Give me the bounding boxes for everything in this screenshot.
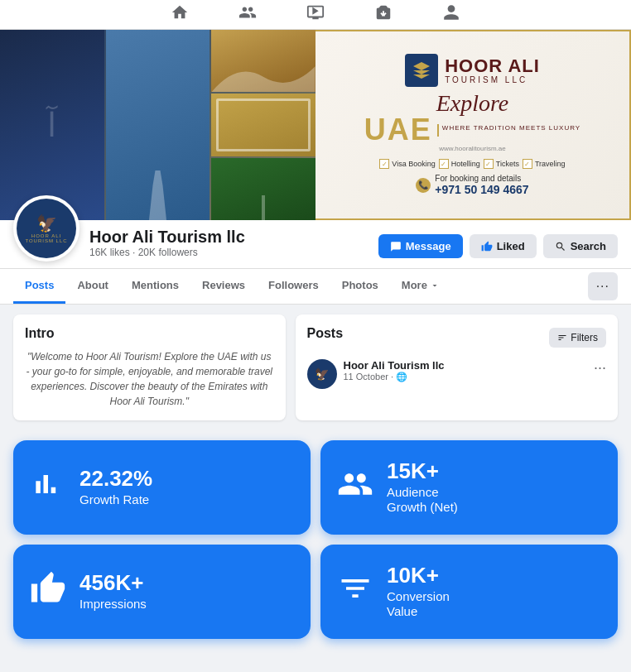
check-hotelling: ✓ xyxy=(439,159,449,169)
stat-number-conversion: 10K+ xyxy=(387,564,450,586)
brand-explore-text: Explore xyxy=(436,92,509,115)
post-date: 11 October · 🌐 xyxy=(344,372,587,382)
post-meta: Hoor Ali Tourism llc 11 October · 🌐 xyxy=(344,359,587,382)
users-icon xyxy=(337,466,373,510)
avatar-text: HOOR ALITOURISM LLC xyxy=(25,233,67,243)
search-icon xyxy=(555,241,566,252)
stat-text-audience-growth: 15K+ AudienceGrowth (Net) xyxy=(387,460,458,515)
page-avatar: 🦅 HOOR ALITOURISM LLC xyxy=(13,195,79,262)
tab-followers[interactable]: Followers xyxy=(257,269,330,304)
cover-collage: آ xyxy=(0,30,316,220)
brand-phone-block: For booking and details +971 50 149 4667 xyxy=(435,174,528,196)
posts-title: Posts xyxy=(307,326,344,341)
stat-label-conversion: ConversionValue xyxy=(387,589,450,619)
stat-card-conversion: 10K+ ConversionValue xyxy=(320,545,618,639)
service-tickets: ✓ Tickets xyxy=(484,159,519,169)
chart-bar-icon xyxy=(30,466,66,510)
page-stats: 16K likes · 20K followers xyxy=(89,247,245,258)
cover-tile-frame xyxy=(211,94,316,156)
stat-number-growth-rate: 22.32% xyxy=(79,468,152,489)
stat-text-growth-rate: 22.32% Growth Rate xyxy=(79,468,152,507)
check-traveling: ✓ xyxy=(523,159,532,169)
filters-icon xyxy=(557,333,567,343)
brand-phone-row: 📞 For booking and details +971 50 149 46… xyxy=(416,174,528,196)
friends-nav-icon[interactable] xyxy=(238,3,257,26)
stat-card-audience-growth: 15K+ AudienceGrowth (Net) xyxy=(320,440,618,535)
stat-label-impressions: Impressions xyxy=(79,597,147,612)
filter-icon xyxy=(337,570,373,614)
content-area: Intro "Welcome to Hoor Ali Tourism! Expl… xyxy=(0,305,631,430)
home-nav-icon[interactable] xyxy=(171,3,189,26)
chevron-down-icon xyxy=(430,281,440,290)
profile-left: 🦅 HOOR ALITOURISM LLC Hoor Ali Tourism l… xyxy=(13,195,245,262)
tab-bar: Posts About Mentions Reviews Followers P… xyxy=(0,268,631,305)
post-avatar: 🦅 xyxy=(307,359,337,389)
cover-tile-burj xyxy=(106,30,210,220)
brand-website: www.hooralitourism.ae xyxy=(439,145,505,152)
post-avatar-icon: 🦅 xyxy=(315,367,329,381)
brand-logo-row: HOOR ALI TOURISM LLC xyxy=(405,54,540,87)
profile-info: Hoor Ali Tourism llc 16K likes · 20K fol… xyxy=(89,228,245,262)
stat-text-impressions: 456K+ Impressions xyxy=(79,572,147,612)
avatar-logo-icon: 🦅 xyxy=(36,214,57,233)
cover-tile-arabic: آ xyxy=(0,30,104,220)
tab-more-options-button[interactable]: ··· xyxy=(588,272,618,300)
posts-card: Posts Filters 🦅 Hoor Ali Tourism llc 11 … xyxy=(296,314,619,420)
search-button[interactable]: Search xyxy=(543,234,618,258)
liked-button[interactable]: Liked xyxy=(470,234,537,258)
top-navigation xyxy=(0,0,631,30)
stat-number-impressions: 456K+ xyxy=(79,572,147,593)
stat-label-growth-rate: Growth Rate xyxy=(79,492,152,507)
message-button[interactable]: Message xyxy=(378,234,463,258)
check-tickets: ✓ xyxy=(484,159,494,169)
phone-icon: 📞 xyxy=(416,178,431,193)
cover-photo: آ xyxy=(0,30,631,220)
post-author: Hoor Ali Tourism llc xyxy=(344,359,587,372)
marketplace-nav-icon[interactable] xyxy=(374,3,393,26)
intro-card: Intro "Welcome to Hoor Ali Tourism! Expl… xyxy=(13,314,286,420)
brand-name-block: HOOR ALI TOURISM LLC xyxy=(445,57,540,84)
tab-mentions[interactable]: Mentions xyxy=(120,269,190,304)
tab-reviews[interactable]: Reviews xyxy=(190,269,257,304)
facebook-page: آ xyxy=(0,30,631,430)
tab-more[interactable]: More xyxy=(390,269,451,304)
tab-about[interactable]: About xyxy=(65,269,120,304)
tab-photos[interactable]: Photos xyxy=(330,269,390,304)
thumbs-up-icon xyxy=(481,241,493,252)
tab-posts[interactable]: Posts xyxy=(13,269,65,304)
stat-number-audience-growth: 15K+ xyxy=(387,460,458,482)
profile-nav-icon[interactable] xyxy=(442,3,460,26)
stat-card-impressions: 456K+ Impressions xyxy=(13,545,311,639)
brand-tagline: WHERE TRADITION MEETS LUXURY xyxy=(437,124,580,137)
message-icon xyxy=(390,241,402,252)
profile-actions: Message Liked Search xyxy=(378,234,618,262)
filters-button[interactable]: Filters xyxy=(549,328,606,348)
thumbs-up-large-icon xyxy=(30,570,66,614)
stat-card-growth-rate: 22.32% Growth Rate xyxy=(13,440,311,535)
check-visa: ✓ xyxy=(379,159,389,169)
brand-logo-icon xyxy=(405,54,438,87)
brand-services: ✓ Visa Booking ✓ Hotelling ✓ Tickets ✓ T… xyxy=(379,159,565,169)
page-name: Hoor Ali Tourism llc xyxy=(89,228,245,247)
stat-label-audience-growth: AudienceGrowth (Net) xyxy=(387,485,458,515)
brand-company-sub: TOURISM LLC xyxy=(445,75,540,84)
watch-nav-icon[interactable] xyxy=(306,3,325,26)
post-more-options[interactable]: ··· xyxy=(594,359,606,377)
cover-tile-desert xyxy=(211,30,316,92)
service-visa: ✓ Visa Booking xyxy=(379,159,435,169)
stat-text-conversion: 10K+ ConversionValue xyxy=(387,564,450,619)
service-traveling: ✓ Traveling xyxy=(523,159,566,169)
intro-title: Intro xyxy=(25,326,274,341)
posts-header: Posts Filters xyxy=(307,326,607,349)
service-hotelling: ✓ Hotelling xyxy=(439,159,480,169)
stats-section: 22.32% Growth Rate 15K+ AudienceGrowth (… xyxy=(0,430,631,649)
brand-uae-text: UAE xyxy=(364,115,432,145)
post-item: 🦅 Hoor Ali Tourism llc 11 October · 🌐 ··… xyxy=(307,359,607,389)
cover-brand: HOOR ALI TOURISM LLC Explore UAE WHERE T… xyxy=(316,30,631,220)
brand-company-name: HOOR ALI xyxy=(445,57,540,75)
profile-section: 🦅 HOOR ALITOURISM LLC Hoor Ali Tourism l… xyxy=(0,195,631,268)
intro-text: "Welcome to Hoor Ali Tourism! Explore th… xyxy=(25,349,274,409)
